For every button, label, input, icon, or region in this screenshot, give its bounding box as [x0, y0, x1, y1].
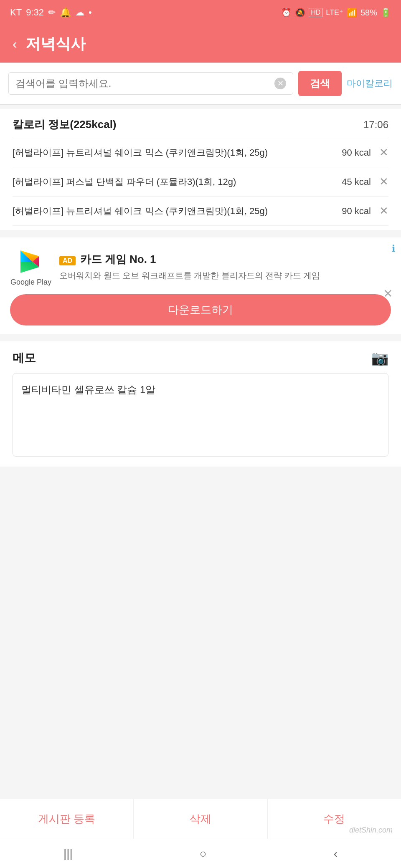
dot-icon: • — [89, 7, 92, 18]
food-delete-button[interactable]: ✕ — [379, 175, 388, 188]
food-item: [허벌라이프] 뉴트리셔널 쉐이크 믹스 (쿠키앤크림맛)(1회, 25g) 9… — [13, 197, 388, 226]
food-item: [허벌라이프] 뉴트리셔널 쉐이크 믹스 (쿠키앤크림맛)(1회, 25g) 9… — [13, 138, 388, 167]
watermark: dietShin.com — [349, 826, 393, 835]
notification-icon: 🔔 — [60, 7, 71, 18]
mute-icon: 🔕 — [295, 8, 305, 18]
status-right: ⏰ 🔕 HD LTE⁺ 📶 58% 🔋 — [281, 8, 391, 18]
calorie-title: 칼로리 정보(225kcal) — [13, 117, 117, 132]
back-nav-button[interactable]: ‹ — [334, 847, 338, 860]
hd-icon: HD — [309, 8, 322, 17]
status-left: KT 9:32 ✏ 🔔 ☁ • — [10, 7, 92, 18]
food-name: [허벌라이프] 뉴트리셔널 쉐이크 믹스 (쿠키앤크림맛)(1회, 25g) — [13, 146, 342, 159]
my-calorie-button[interactable]: 마이칼로리 — [347, 77, 393, 90]
search-input[interactable] — [15, 78, 274, 89]
ad-tag-label: AD — [59, 256, 76, 265]
memo-title: 메모 — [13, 350, 36, 366]
header: ‹ 저녁식사 — [0, 25, 401, 63]
search-button[interactable]: 검색 — [298, 71, 342, 96]
food-kcal: 90 kcal — [342, 206, 371, 217]
food-kcal: 45 kcal — [342, 177, 371, 187]
home-button[interactable]: ○ — [200, 847, 207, 860]
ad-section: ℹ — [0, 237, 401, 334]
food-name: [허벌라이프] 퍼스널 단백질 파우더 (포뮬라3)(1회, 12g) — [13, 175, 342, 189]
ad-title: 카드 게임 No. 1 — [80, 253, 156, 265]
back-button[interactable]: ‹ — [13, 36, 17, 52]
ad-content: Google Play AD 카드 게임 No. 1 오버워치와 월드 오브 워… — [10, 246, 391, 288]
board-register-button[interactable]: 게시판 등록 — [0, 799, 134, 839]
ad-description: 오버워치와 월드 오브 워크래프트를 개발한 블리자드의 전략 카드 게임 — [59, 269, 391, 282]
battery-icon: 🔋 — [381, 8, 391, 18]
memo-header: 메모 📷 — [13, 350, 388, 366]
edit-icon: ✏ — [48, 7, 56, 18]
ad-close-button[interactable]: ✕ — [383, 287, 393, 300]
food-item: [허벌라이프] 퍼스널 단백질 파우더 (포뮬라3)(1회, 12g) 45 k… — [13, 167, 388, 197]
ad-info-icon[interactable]: ℹ — [392, 243, 395, 254]
page-title: 저녁식사 — [25, 34, 86, 54]
calorie-time: 17:06 — [363, 119, 388, 131]
search-input-wrap: ✕ — [8, 72, 293, 95]
alarm-icon: ⏰ — [281, 8, 292, 18]
food-delete-button[interactable]: ✕ — [379, 146, 388, 159]
status-bar: KT 9:32 ✏ 🔔 ☁ • ⏰ 🔕 HD LTE⁺ 📶 58% 🔋 — [0, 0, 401, 25]
carrier-label: KT — [10, 7, 22, 18]
food-kcal: 90 kcal — [342, 147, 371, 158]
recent-apps-button[interactable]: ||| — [63, 847, 73, 860]
food-name: [허벌라이프] 뉴트리셔널 쉐이크 믹스 (쿠키앤크림맛)(1회, 25g) — [13, 204, 342, 218]
battery-label: 58% — [360, 8, 377, 18]
time-label: 9:32 — [26, 7, 44, 18]
bottom-buttons: 게시판 등록 삭제 수정 — [0, 799, 401, 839]
memo-textarea[interactable] — [13, 373, 388, 457]
calorie-header: 칼로리 정보(225kcal) 17:06 — [13, 117, 388, 138]
calorie-section: 칼로리 정보(225kcal) 17:06 [허벌라이프] 뉴트리셔널 쉐이크 … — [0, 109, 401, 230]
google-play-icon — [16, 247, 46, 276]
nav-bar: ||| ○ ‹ — [0, 839, 401, 868]
memo-section: 메모 📷 — [0, 341, 401, 467]
google-play-label: Google Play — [10, 278, 51, 287]
camera-icon[interactable]: 📷 — [371, 350, 388, 366]
google-play-logo: Google Play — [10, 246, 52, 288]
download-button[interactable]: 다운로드하기 — [10, 294, 391, 326]
delete-button[interactable]: 삭제 — [134, 799, 267, 839]
lte-icon: LTE⁺ — [326, 8, 343, 17]
food-delete-button[interactable]: ✕ — [379, 204, 388, 217]
search-clear-button[interactable]: ✕ — [274, 78, 286, 89]
cloud-icon: ☁ — [75, 7, 84, 18]
search-bar: ✕ 검색 마이칼로리 — [0, 63, 401, 105]
signal-icon: 📶 — [347, 8, 357, 18]
ad-text-block: AD 카드 게임 No. 1 오버워치와 월드 오브 워크래프트를 개발한 블리… — [59, 252, 391, 282]
ad-title-row: AD 카드 게임 No. 1 — [59, 252, 391, 267]
